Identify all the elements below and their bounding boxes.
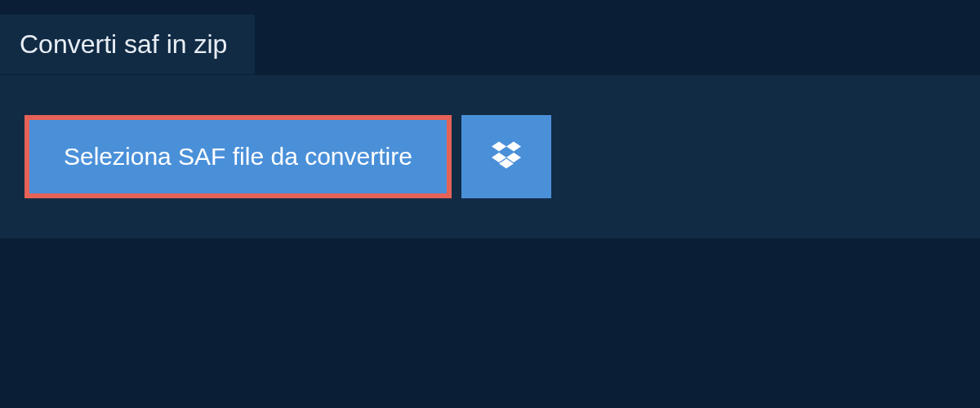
dropbox-button[interactable] bbox=[461, 115, 551, 198]
action-panel: Seleziona SAF file da convertire bbox=[0, 75, 980, 238]
tab-title-text: Converti saf in zip bbox=[20, 29, 227, 59]
dropbox-icon bbox=[492, 140, 521, 173]
tab-title: Converti saf in zip bbox=[0, 15, 255, 74]
select-file-button[interactable]: Seleziona SAF file da convertire bbox=[24, 115, 452, 198]
select-file-label: Seleziona SAF file da convertire bbox=[64, 143, 412, 171]
button-group: Seleziona SAF file da convertire bbox=[24, 115, 551, 198]
converter-widget: Converti saf in zip Seleziona SAF file d… bbox=[0, 0, 980, 408]
